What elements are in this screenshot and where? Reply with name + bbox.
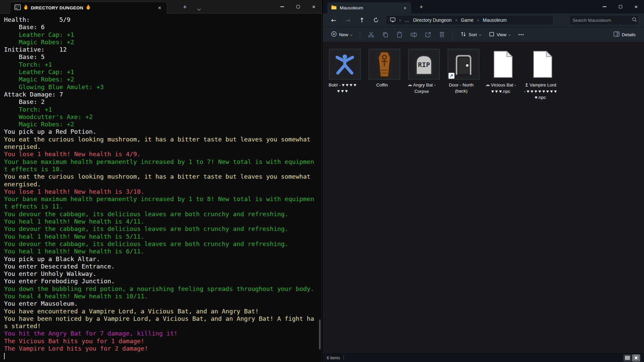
file-label: Coffin	[362, 82, 402, 88]
terminal-line: Base: 2	[4, 98, 318, 106]
forward-button[interactable]: →	[341, 15, 355, 25]
explorer-titlebar: Mausoleum × + ×	[323, 0, 644, 13]
terminal-line: Initiative: 12	[4, 46, 318, 53]
terminal-line: You hit the Angry Bat for 7 damage, kill…	[4, 330, 318, 337]
vampire-icon	[525, 82, 529, 88]
file-item[interactable]: Vicious Bat -♥ ♥ ♥.npc	[487, 49, 519, 101]
rename-button[interactable]: A	[408, 30, 420, 40]
cut-button[interactable]	[365, 29, 377, 40]
share-button[interactable]	[422, 30, 434, 40]
toolbar-divider	[452, 31, 453, 39]
terminal-line: You heal 1 health! New health is 6/11.	[4, 248, 318, 255]
document-icon	[527, 49, 558, 79]
breadcrumb-chevron-icon[interactable]: ›	[455, 17, 457, 23]
svg-text:A: A	[412, 33, 414, 36]
minimize-button[interactable]	[274, 0, 290, 13]
new-tab-button[interactable]: +	[180, 3, 190, 11]
search-icon[interactable]	[632, 17, 637, 23]
new-button-label: New	[339, 32, 348, 37]
terminal-line: You lose 1 health! New health is 4/9.	[4, 150, 318, 158]
status-divider	[343, 356, 344, 360]
file-item[interactable]: Bob! - ♥ ♥ ♥ ♥♥ ♥ ♥	[329, 49, 361, 101]
command-toolbar: New A Sort View	[323, 27, 644, 42]
refresh-button[interactable]	[369, 15, 383, 25]
terminal-line: You down the bubbling red potion, a nour…	[4, 285, 318, 293]
paste-button[interactable]	[393, 29, 406, 40]
more-options-icon[interactable]: •••	[516, 31, 528, 39]
new-tab-button[interactable]: +	[417, 3, 426, 11]
item-count: 6 items	[327, 356, 340, 360]
file-item[interactable]: Door - North(back)	[448, 49, 479, 101]
view-icon	[489, 32, 494, 38]
minimize-button[interactable]	[597, 0, 612, 13]
view-button[interactable]: View	[486, 29, 514, 40]
explorer-tab[interactable]: Mausoleum ×	[327, 2, 411, 13]
file-item[interactable]: RIPAngry Bat -Corpse	[408, 49, 440, 101]
monitor-icon[interactable]	[390, 17, 395, 23]
terminal-window: C:\ DIRECTORY DUNGEON × + × Health: 5/9 …	[0, 0, 322, 362]
terminal-line: Your base maximum health permanently inc…	[4, 158, 318, 166]
terminal-line: Health: 5/9	[4, 16, 318, 23]
terminal-line: Magic Robes: +2	[4, 76, 318, 83]
person-figure-icon	[329, 49, 361, 79]
copy-button[interactable]	[379, 29, 391, 40]
delete-button[interactable]	[436, 29, 448, 40]
terminal-scrollbar[interactable]	[319, 16, 321, 361]
close-button[interactable]: ×	[628, 0, 644, 13]
tab-close-icon[interactable]: ×	[402, 5, 408, 10]
search-box	[569, 15, 639, 25]
terminal-line: Attack Damage: 7	[4, 91, 318, 98]
explorer-tab-title: Mausoleum	[340, 5, 363, 10]
terminal-output: Health: 5/9 Base: 6 Leather Cap: +1 Magi…	[4, 16, 318, 362]
status-bar: 6 items	[323, 353, 644, 362]
terminal-line: You pick up a Black Altar.	[4, 255, 318, 263]
svg-text:C:\: C:\	[15, 5, 19, 7]
breadcrumb-item[interactable]: Game	[461, 18, 474, 23]
file-item[interactable]: Coffin	[369, 49, 400, 101]
terminal-tab[interactable]: C:\ DIRECTORY DUNGEON ×	[10, 2, 167, 13]
terminal-line: s started!	[4, 322, 318, 330]
terminal-line: Base: 5	[4, 53, 318, 61]
terminal-titlebar: C:\ DIRECTORY DUNGEON × + ×	[0, 0, 322, 13]
breadcrumb-item[interactable]: …	[405, 18, 410, 23]
back-button[interactable]: ←	[327, 15, 341, 25]
terminal-line: The Vicious Bat hits you for 1 damage!	[4, 338, 318, 345]
terminal-line: You eat the curious looking mushroom, it…	[4, 136, 318, 143]
terminal-line: You heal 4 health! New health is 10/11.	[4, 293, 318, 300]
door-icon	[448, 49, 479, 79]
large-icons-view-toggle[interactable]	[632, 355, 640, 361]
tab-dropdown-icon[interactable]	[198, 5, 200, 11]
svg-text:RIP: RIP	[418, 61, 430, 69]
maximize-button[interactable]	[612, 0, 628, 13]
new-button[interactable]: New	[328, 29, 355, 40]
breadcrumb-item[interactable]: Mausoleum	[483, 18, 506, 23]
terminal-tab-title: DIRECTORY DUNGEON	[31, 5, 83, 10]
close-button[interactable]: ×	[306, 0, 322, 13]
terminal-line: You have been noticed by a Vampire Lord,…	[4, 315, 318, 322]
tombstone-icon: RIP	[408, 49, 440, 79]
terminal-line: You lose 1 health! New health is 3/10.	[4, 188, 318, 195]
breadcrumb[interactable]: ›…Directory Dungeon›Game›Mausoleum	[386, 15, 553, 25]
terminal-line: You heal 1 health! New health is 4/11.	[4, 218, 318, 225]
terminal-line: The Vampire Lord hits you for 2 damage!	[4, 345, 318, 352]
sort-button[interactable]: Sort	[458, 29, 484, 40]
tab-close-icon[interactable]: ×	[157, 5, 163, 11]
terminal-line: Glowing Blue Amulet: +3	[4, 83, 318, 91]
flame-icon	[86, 4, 91, 11]
breadcrumb-chevron-icon[interactable]: ›	[399, 17, 401, 23]
file-item[interactable]: Vampire Lord- ♥ ♥ ♥ ♥ ♥ ♥ ♥ ♥♥.npc	[527, 49, 558, 101]
maximize-button[interactable]	[290, 0, 306, 13]
details-view-toggle[interactable]	[624, 355, 631, 361]
flame-icon	[23, 4, 28, 11]
up-button[interactable]: ↑	[355, 15, 369, 25]
bat-icon	[486, 82, 490, 88]
navigation-bar: ← → ↑ ›…Directory Dungeon›Game›Mausoleum	[323, 13, 644, 27]
breadcrumb-chevron-icon[interactable]: ›	[477, 17, 479, 23]
breadcrumb-item[interactable]: Directory Dungeon	[413, 18, 451, 23]
terminal-line: Woodcutter's Axe: +2	[4, 113, 318, 121]
file-label: Vampire Lord- ♥ ♥ ♥ ♥ ♥ ♥ ♥ ♥♥.npc	[520, 82, 561, 101]
search-input[interactable]	[573, 18, 632, 23]
details-pane-button[interactable]: Details	[610, 29, 639, 40]
terminal-line: Leather Cap: +1	[4, 31, 318, 39]
file-label: Vicious Bat -♥ ♥ ♥.npc	[480, 82, 521, 95]
